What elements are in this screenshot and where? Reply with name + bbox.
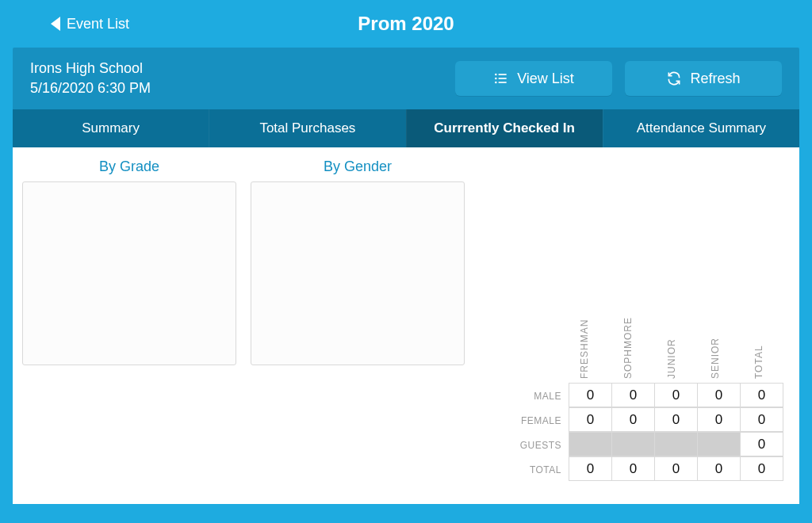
cell-disabled xyxy=(569,432,612,456)
school-name: Irons High School xyxy=(30,59,442,78)
summary-right-area: FRESHMAN SOPHMORE JUNIOR SENIOR TOTAL MA… xyxy=(479,158,790,490)
cell-disabled xyxy=(611,432,655,456)
cell: 0 xyxy=(740,407,783,432)
cell: 0 xyxy=(611,383,655,407)
chevron-left-icon xyxy=(51,17,60,31)
cell: 0 xyxy=(654,383,698,407)
tab-currently-checked-in[interactable]: Currrently Checked In xyxy=(406,109,603,147)
row-label-male: MALE xyxy=(498,384,569,408)
event-info: Irons High School 5/16/2020 6:30 PM xyxy=(30,59,442,98)
cell: 0 xyxy=(740,383,783,407)
cell: 0 xyxy=(740,432,783,456)
row-label-female: FEMALE xyxy=(498,408,569,433)
summary-table: FRESHMAN SOPHMORE JUNIOR SENIOR TOTAL MA… xyxy=(498,312,783,482)
list-icon xyxy=(493,71,509,86)
cell-disabled xyxy=(654,432,698,456)
back-label: Event List xyxy=(67,16,129,32)
view-list-button[interactable]: View List xyxy=(455,61,612,96)
tab-total-purchases[interactable]: Total Purchases xyxy=(209,109,405,147)
view-list-label: View List xyxy=(517,71,574,87)
cell: 0 xyxy=(611,407,655,432)
cell: 0 xyxy=(697,383,741,407)
cell: 0 xyxy=(654,407,698,432)
page-title: Prom 2020 xyxy=(13,13,799,35)
table-header-row: FRESHMAN SOPHMORE JUNIOR SENIOR TOTAL xyxy=(498,312,783,384)
row-label-total: TOTAL xyxy=(498,457,569,482)
svg-rect-5 xyxy=(499,82,507,83)
col-head-total: TOTAL xyxy=(736,312,779,384)
chart-by-gender-box xyxy=(251,181,465,365)
cell: 0 xyxy=(697,456,741,481)
tab-bar: Summary Total Purchases Currrently Check… xyxy=(13,109,799,147)
col-head-sophmore: SOPHMORE xyxy=(605,312,649,384)
cell: 0 xyxy=(654,456,698,481)
cell: 0 xyxy=(569,456,612,481)
svg-rect-1 xyxy=(499,74,507,75)
table-row-total: TOTAL 0 0 0 0 0 xyxy=(498,457,783,482)
col-head-freshman: FRESHMAN xyxy=(561,312,605,384)
refresh-label: Refresh xyxy=(690,71,740,87)
table-row-female: FEMALE 0 0 0 0 0 xyxy=(498,408,783,433)
svg-rect-3 xyxy=(499,78,507,79)
chart-by-gender: By Gender xyxy=(251,158,465,490)
chart-by-gender-title: By Gender xyxy=(251,158,465,175)
cell: 0 xyxy=(569,383,612,407)
refresh-button[interactable]: Refresh xyxy=(625,61,782,96)
chart-by-grade-box xyxy=(22,181,236,365)
svg-point-0 xyxy=(495,74,497,76)
table-row-male: MALE 0 0 0 0 0 xyxy=(498,384,783,408)
tab-attendance-summary[interactable]: Attendance Summary xyxy=(603,109,799,147)
col-head-junior: JUNIOR xyxy=(649,312,692,384)
refresh-icon xyxy=(666,71,682,86)
table-row-guests: GUESTS 0 xyxy=(498,433,783,457)
tab-summary[interactable]: Summary xyxy=(13,109,209,147)
col-head-senior: SENIOR xyxy=(692,312,736,384)
cell: 0 xyxy=(569,407,612,432)
cell: 0 xyxy=(611,456,655,481)
cell-disabled xyxy=(697,432,741,456)
row-label-guests: GUESTS xyxy=(498,433,569,457)
sub-header: Irons High School 5/16/2020 6:30 PM View… xyxy=(13,48,799,109)
top-nav: Event List Prom 2020 xyxy=(13,0,799,48)
back-button[interactable]: Event List xyxy=(51,16,129,32)
chart-by-grade-title: By Grade xyxy=(22,158,236,175)
cell: 0 xyxy=(740,456,783,481)
svg-point-2 xyxy=(495,78,497,80)
cell: 0 xyxy=(697,407,741,432)
chart-by-grade: By Grade xyxy=(22,158,236,490)
event-datetime: 5/16/2020 6:30 PM xyxy=(30,78,442,98)
svg-point-4 xyxy=(495,82,497,84)
content-panel: Summary Total Purchases Currrently Check… xyxy=(13,109,799,504)
